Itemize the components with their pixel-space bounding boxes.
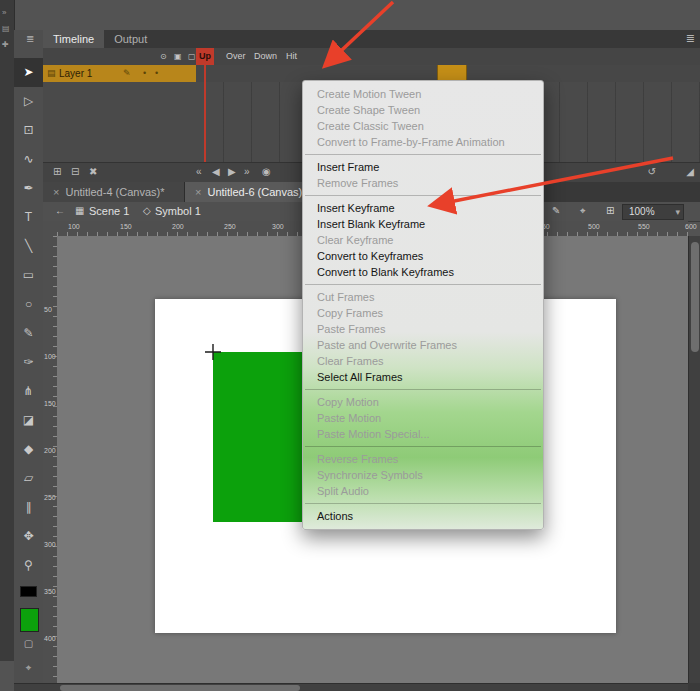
frame-label-over[interactable]: Over <box>226 48 246 65</box>
tools-panel: ➤▷⊡∿✒T╲▭○✎✑⋔◪◆▱∥✥⚲ ▢ ⌖ <box>14 30 44 683</box>
edit-symbols-icon[interactable]: ✎ <box>552 205 560 216</box>
menu-separator <box>305 154 541 155</box>
menu-separator <box>305 446 541 447</box>
text-tool-icon[interactable]: T <box>14 203 43 232</box>
v-ruler-label-250: 250 <box>44 494 56 501</box>
document-tab-untitled-4[interactable]: × Untitled-4 (Canvas)* <box>43 182 185 202</box>
tool-list: ➤▷⊡∿✒T╲▭○✎✑⋔◪◆▱∥✥⚲ <box>14 58 43 580</box>
loop-icon[interactable]: ↺ <box>648 166 656 177</box>
insert-blank-keyframe-menu-item[interactable]: Insert Blank Keyframe <box>303 216 543 232</box>
new-layer-icon[interactable]: ⊞ <box>53 166 61 177</box>
delete-layer-icon[interactable]: ✖ <box>89 166 97 177</box>
rectangle-tool-icon[interactable]: ▭ <box>14 261 43 290</box>
clear-frames-menu-item: Clear Frames <box>303 353 543 369</box>
oval-tool-icon[interactable]: ○ <box>14 290 43 319</box>
clear-keyframe-menu-item: Clear Keyframe <box>303 232 543 248</box>
back-arrow-icon[interactable]: ← <box>55 205 65 216</box>
cut-frames-menu-item: Cut Frames <box>303 289 543 305</box>
green-rectangle[interactable] <box>213 352 311 522</box>
frame-label-down[interactable]: Down <box>254 48 277 65</box>
synchronize-symbols-menu-item: Synchronize Symbols <box>303 467 543 483</box>
onion-skin-icon[interactable]: ◉ <box>262 166 271 177</box>
eyedropper-tool-icon[interactable]: ◆ <box>14 435 43 464</box>
outline-layers-icon[interactable]: ▢ <box>188 52 196 61</box>
h-ruler-label-600: 600 <box>685 223 697 230</box>
create-motion-tween-menu-item: Create Motion Tween <box>303 86 543 102</box>
new-folder-icon[interactable]: ⊟ <box>71 166 79 177</box>
convert-to-blank-keyframes-menu-item[interactable]: Convert to Blank Keyframes <box>303 264 543 280</box>
free-transform-tool-icon[interactable]: ⊡ <box>14 116 43 145</box>
symbol-breadcrumb[interactable]: Symbol 1 <box>155 205 201 217</box>
insert-frame-menu-item[interactable]: Insert Frame <box>303 159 543 175</box>
eraser-tool-icon[interactable]: ▱ <box>14 464 43 493</box>
center-frame-icon[interactable]: ⌖ <box>580 205 586 217</box>
subselection-tool-icon[interactable]: ▷ <box>14 87 43 116</box>
timeline-panel-menu-icon[interactable]: ≣ <box>686 32 695 45</box>
dock-panel-icon-2[interactable]: ✚ <box>2 40 9 49</box>
fill-color-swatch[interactable] <box>20 608 39 632</box>
zoom-level-select[interactable]: 100% ▾ <box>622 204 684 220</box>
create-shape-tween-menu-item: Create Shape Tween <box>303 102 543 118</box>
h-ruler-label-100: 100 <box>68 223 80 230</box>
prev-frame-icon[interactable]: ◀ <box>212 166 220 177</box>
create-classic-tween-menu-item: Create Classic Tween <box>303 118 543 134</box>
line-tool-icon[interactable]: ╲ <box>14 232 43 261</box>
play-icon[interactable]: ▶ <box>228 166 236 177</box>
layer-lock-dot-icon[interactable]: • <box>155 65 158 82</box>
v-ruler-label-100: 100 <box>44 353 56 360</box>
h-ruler-label-300: 300 <box>272 223 284 230</box>
copy-motion-menu-item: Copy Motion <box>303 394 543 410</box>
show-hide-layers-icon[interactable]: ⊙ <box>160 52 167 61</box>
convert-to-frame-by-frame-animation-menu-item: Convert to Frame-by-Frame Animation <box>303 134 543 150</box>
v-ruler-label-300: 300 <box>44 541 56 548</box>
width-tool-icon[interactable]: ∥ <box>14 493 43 522</box>
brush-tool-icon[interactable]: ✑ <box>14 348 43 377</box>
h-ruler-label-150: 150 <box>120 223 132 230</box>
pencil-tool-icon[interactable]: ✎ <box>14 319 43 348</box>
close-tab-icon[interactable]: × <box>195 182 201 202</box>
vertical-scrollbar[interactable] <box>688 236 700 683</box>
document-tab-label: Untitled-4 (Canvas)* <box>65 182 164 202</box>
layer-name[interactable]: Layer 1 <box>59 65 92 82</box>
default-colors-icon[interactable]: ▢ <box>14 638 43 649</box>
horizontal-scrollbar[interactable] <box>14 683 688 691</box>
hand-tool-icon[interactable]: ✥ <box>14 522 43 551</box>
zoom-tool-icon[interactable]: ⚲ <box>14 551 43 580</box>
toolbar-menu-icon[interactable]: ≣ <box>26 33 34 44</box>
swap-colors-icon[interactable]: ⌖ <box>14 662 43 674</box>
pen-tool-icon[interactable]: ✒ <box>14 174 43 203</box>
v-ruler-label-150: 150 <box>44 400 56 407</box>
frame-label-up[interactable]: Up <box>196 48 214 65</box>
tab-output[interactable]: Output <box>104 30 157 48</box>
layer-name-cell[interactable]: ▤ Layer 1 ✎ • • <box>43 65 196 82</box>
stroke-color-swatch[interactable] <box>20 586 37 597</box>
close-tab-icon[interactable]: × <box>53 182 59 202</box>
dock-toggle-icon[interactable]: » <box>2 8 6 17</box>
menu-separator <box>305 284 541 285</box>
vertical-scrollbar-thumb[interactable] <box>691 242 699 352</box>
first-frame-icon[interactable]: « <box>196 166 202 177</box>
v-ruler-label-200: 200 <box>44 447 56 454</box>
frame-label-hit[interactable]: Hit <box>286 48 297 65</box>
insert-keyframe-menu-item[interactable]: Insert Keyframe <box>303 200 543 216</box>
bone-tool-icon[interactable]: ⋔ <box>14 377 43 406</box>
paint-bucket-tool-icon[interactable]: ◪ <box>14 406 43 435</box>
h-ruler-label-550: 550 <box>638 223 650 230</box>
playhead-line[interactable] <box>204 64 206 162</box>
tab-timeline[interactable]: Timeline <box>43 30 104 48</box>
layer-visibility-dot-icon[interactable]: • <box>143 65 146 82</box>
last-frame-icon[interactable]: » <box>244 166 250 177</box>
selection-tool-icon[interactable]: ➤ <box>14 58 43 87</box>
timeline-zoom-grip-icon[interactable]: ◢ <box>686 166 694 177</box>
horizontal-scrollbar-thumb[interactable] <box>60 685 300 691</box>
lasso-tool-icon[interactable]: ∿ <box>14 145 43 174</box>
clip-bounds-icon[interactable]: ⊞ <box>606 205 614 216</box>
menu-separator <box>305 195 541 196</box>
dock-panel-icon[interactable]: ▤ <box>2 24 10 33</box>
convert-to-keyframes-menu-item[interactable]: Convert to Keyframes <box>303 248 543 264</box>
actions-menu-item[interactable]: Actions <box>303 508 543 524</box>
scene-breadcrumb[interactable]: Scene 1 <box>89 205 129 217</box>
select-all-frames-menu-item[interactable]: Select All Frames <box>303 369 543 385</box>
symbol-icon: ◇ <box>143 205 151 216</box>
lock-layers-icon[interactable]: ▣ <box>174 52 182 61</box>
